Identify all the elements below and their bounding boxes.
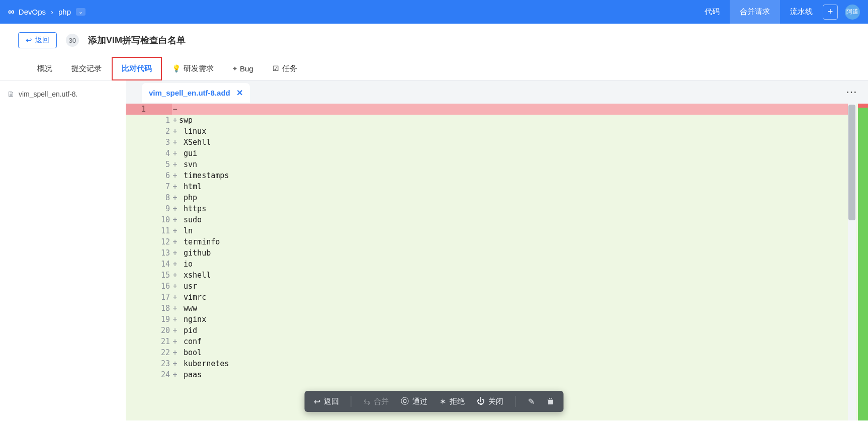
tab-label: Bug xyxy=(240,64,253,73)
diff-line-added: 6+ timestamps xyxy=(126,170,848,181)
diff-line-added: 1+swp xyxy=(126,115,848,126)
breadcrumb-root[interactable]: DevOps xyxy=(19,8,46,16)
diff-line-added: 3+ XSehll xyxy=(126,137,848,148)
gutter-new: 6 xyxy=(149,170,172,181)
diff-body[interactable]: 1−1+swp2+ linux3+ XSehll4+ gui5+ svn6+ t… xyxy=(126,104,868,420)
gutter-new: 21 xyxy=(149,336,172,347)
diff-line-removed: 1− xyxy=(126,104,848,115)
diff-line-added: 2+ linux xyxy=(126,126,848,137)
diff-line-added: 23+ kubernetes xyxy=(126,358,848,369)
gutter-new: 9 xyxy=(149,203,172,214)
diff-line-added: 16+ usr xyxy=(126,281,848,292)
code-text: paas xyxy=(178,369,848,380)
diff-marker-plus-icon: + xyxy=(172,358,178,369)
diff-marker-plus-icon: + xyxy=(172,259,178,270)
diff-marker-plus-icon: + xyxy=(172,192,178,203)
diff-file-tab[interactable]: vim_spell_en.utf-8.add ✕ xyxy=(142,83,250,103)
close-icon[interactable]: ✕ xyxy=(236,88,243,98)
create-button[interactable]: + xyxy=(823,5,838,20)
code-text: kubernetes xyxy=(178,358,848,369)
scrollbar-thumb[interactable] xyxy=(848,105,855,220)
gutter-old xyxy=(126,247,149,259)
code-text: php xyxy=(178,192,848,203)
diff-line-added: 5+ svn xyxy=(126,159,848,170)
diff-marker-plus-icon: + xyxy=(172,247,178,259)
code-text: https xyxy=(178,203,848,214)
project-dropdown-chevron-icon[interactable]: ⌄ xyxy=(76,8,85,16)
merge-request-title: 添加VIM拼写检查白名单 xyxy=(88,34,186,46)
gutter-old xyxy=(126,126,149,137)
reject-icon: ✶ xyxy=(440,397,446,406)
gutter-new: 14 xyxy=(149,259,172,270)
divider xyxy=(351,396,352,407)
gutter-old xyxy=(126,115,149,126)
tab-label: 任务 xyxy=(282,64,297,73)
gutter-new: 20 xyxy=(149,325,172,336)
diff-scrollbar[interactable] xyxy=(848,104,868,420)
actionbar-pass-button[interactable]: ⓞ 通过 xyxy=(401,396,427,407)
actionbar-reject-button[interactable]: ✶ 拒绝 xyxy=(440,397,465,406)
more-actions-icon[interactable]: ⋯ xyxy=(846,86,858,99)
diff-line-added: 8+ php xyxy=(126,192,848,203)
diff-line-added: 13+ github xyxy=(126,247,848,259)
diff-marker-plus-icon: + xyxy=(172,203,178,214)
diff-line-added: 9+ https xyxy=(126,203,848,214)
tab[interactable]: ☑任务 xyxy=(264,58,306,79)
file-tree-item[interactable]: 🗎vim_spell_en.utf-8. xyxy=(7,88,119,100)
diff-marker-plus-icon: + xyxy=(172,170,178,181)
gutter-old xyxy=(126,347,149,358)
avatar-label: 阿道 xyxy=(846,8,858,16)
tab[interactable]: ⌖Bug xyxy=(224,58,263,79)
file-icon: 🗎 xyxy=(7,90,15,98)
gutter-old xyxy=(126,292,149,303)
power-icon: ⏻ xyxy=(477,397,485,406)
tab[interactable]: 比对代码 xyxy=(112,57,162,80)
tab[interactable]: 概况 xyxy=(28,58,61,79)
topnav-item[interactable]: 代码 xyxy=(695,0,730,24)
diff-tabs-row: vim_spell_en.utf-8.add ✕ ⋯ xyxy=(126,80,868,104)
tabs: 概况提交记录比对代码💡研发需求⌖Bug☑任务 xyxy=(0,57,868,80)
diff-marker-plus-icon: + xyxy=(172,303,178,314)
code-text: html xyxy=(178,181,848,192)
file-tree: 🗎vim_spell_en.utf-8. xyxy=(0,80,126,420)
actionbar-delete-button[interactable]: 🗑 xyxy=(547,397,555,406)
topnav-item[interactable]: 合并请求 xyxy=(730,0,780,24)
divider xyxy=(515,396,516,407)
diff-marker-plus-icon: + xyxy=(172,214,178,225)
diff-marker-plus-icon: + xyxy=(172,292,178,303)
actionbar-close-button[interactable]: ⏻ 关闭 xyxy=(477,397,503,406)
code-text: ln xyxy=(178,225,848,236)
gutter-new: 3 xyxy=(149,137,172,148)
gutter-new: 17 xyxy=(149,292,172,303)
diff-marker-plus-icon: + xyxy=(172,181,178,192)
diff-marker-plus-icon: + xyxy=(172,336,178,347)
tab[interactable]: 提交记录 xyxy=(62,58,111,79)
gutter-new: 7 xyxy=(149,181,172,192)
tab[interactable]: 💡研发需求 xyxy=(163,58,223,79)
gutter-old xyxy=(126,192,149,203)
gutter-new: 4 xyxy=(149,148,172,159)
main-area: 🗎vim_spell_en.utf-8. vim_spell_en.utf-8.… xyxy=(0,80,868,420)
actionbar-back-button[interactable]: ↩ 返回 xyxy=(314,397,339,406)
breadcrumb-project[interactable]: php xyxy=(58,8,71,16)
diff-marker-plus-icon: + xyxy=(172,281,178,292)
diff-line-added: 18+ www xyxy=(126,303,848,314)
diff-line-added: 20+ pid xyxy=(126,325,848,336)
diff-marker-plus-icon: + xyxy=(172,369,178,380)
gutter-new: 15 xyxy=(149,270,172,281)
gutter-new: 5 xyxy=(149,159,172,170)
merge-icon: ⇆ xyxy=(364,397,370,406)
actionbar-edit-button[interactable]: ✎ xyxy=(528,397,535,406)
code-text: terminfo xyxy=(178,236,848,247)
avatar[interactable]: 阿道 xyxy=(845,5,860,20)
actionbar-pass-label: 通过 xyxy=(412,397,427,406)
diff-marker-plus-icon: + xyxy=(172,314,178,325)
diff-marker-plus-icon: + xyxy=(172,270,178,281)
actionbar-merge-label: 合并 xyxy=(374,397,389,406)
gutter-old xyxy=(126,270,149,281)
topnav-item[interactable]: 流水线 xyxy=(780,0,823,24)
diff-area: vim_spell_en.utf-8.add ✕ ⋯ 1−1+swp2+ lin… xyxy=(126,80,868,420)
back-button[interactable]: ↩ 返回 xyxy=(18,32,57,48)
subheader: ↩ 返回 30 添加VIM拼写检查白名单 xyxy=(0,24,868,57)
actionbar-merge-button: ⇆ 合并 xyxy=(364,397,389,406)
